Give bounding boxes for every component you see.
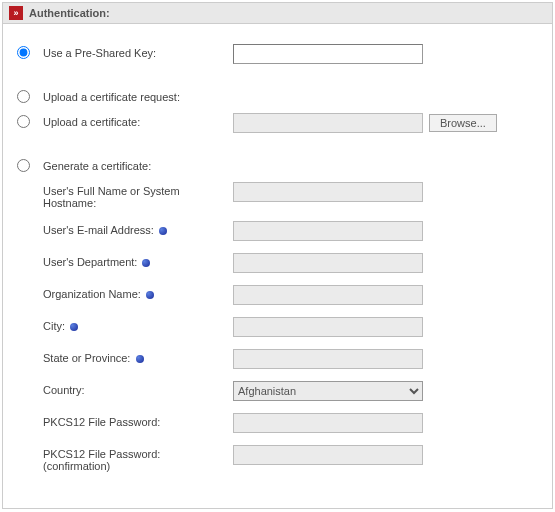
pkcs-password-input[interactable]	[233, 413, 423, 433]
label-upload-request: Upload a certificate request:	[43, 88, 233, 103]
radio-generate[interactable]	[17, 159, 30, 172]
browse-button[interactable]: Browse...	[429, 114, 497, 132]
label-email: User's E-mail Address:	[43, 224, 154, 236]
pkcs-password-confirm-input[interactable]	[233, 445, 423, 465]
city-input[interactable]	[233, 317, 423, 337]
field-state-row: State or Province:	[17, 349, 538, 369]
label-state: State or Province:	[43, 352, 130, 364]
fullname-input[interactable]	[233, 182, 423, 202]
field-dept-row: User's Department:	[17, 253, 538, 273]
generate-fields: User's Full Name or System Hostname: Use…	[17, 182, 538, 472]
label-pkcs-pw2: PKCS12 File Password: (confirmation)	[43, 448, 160, 472]
dept-input[interactable]	[233, 253, 423, 273]
option-generate-row: Generate a certificate:	[17, 157, 538, 174]
org-input[interactable]	[233, 285, 423, 305]
option-upload-cert-row: Upload a certificate: Browse...	[17, 113, 538, 133]
country-select[interactable]: Afghanistan	[233, 381, 423, 401]
panel-body: Use a Pre-Shared Key: Upload a certifica…	[3, 24, 552, 508]
info-icon[interactable]	[146, 291, 154, 299]
label-org: Organization Name:	[43, 288, 141, 300]
state-input[interactable]	[233, 349, 423, 369]
field-city-row: City:	[17, 317, 538, 337]
label-country: Country:	[43, 384, 85, 396]
info-icon[interactable]	[142, 259, 150, 267]
label-psk: Use a Pre-Shared Key:	[43, 44, 233, 59]
field-fullname-row: User's Full Name or System Hostname:	[17, 182, 538, 209]
radio-upload-request[interactable]	[17, 90, 30, 103]
panel-header: » Authentication:	[3, 3, 552, 24]
option-psk-row: Use a Pre-Shared Key:	[17, 44, 538, 64]
upload-path-input[interactable]	[233, 113, 423, 133]
radio-upload-cert[interactable]	[17, 115, 30, 128]
field-pkcs-pw2-row: PKCS12 File Password: (confirmation)	[17, 445, 538, 472]
psk-input[interactable]	[233, 44, 423, 64]
panel-title: Authentication:	[29, 7, 110, 19]
label-fullname: User's Full Name or System Hostname:	[43, 185, 180, 209]
label-upload-cert: Upload a certificate:	[43, 113, 233, 128]
field-email-row: User's E-mail Address:	[17, 221, 538, 241]
email-input[interactable]	[233, 221, 423, 241]
radio-psk[interactable]	[17, 46, 30, 59]
label-city: City:	[43, 320, 65, 332]
info-icon[interactable]	[70, 323, 78, 331]
option-upload-req-row: Upload a certificate request:	[17, 88, 538, 105]
label-dept: User's Department:	[43, 256, 137, 268]
authentication-panel: » Authentication: Use a Pre-Shared Key: …	[2, 2, 553, 509]
label-pkcs-pw: PKCS12 File Password:	[43, 416, 160, 428]
info-icon[interactable]	[159, 227, 167, 235]
field-org-row: Organization Name:	[17, 285, 538, 305]
label-generate: Generate a certificate:	[43, 157, 233, 172]
field-pkcs-pw-row: PKCS12 File Password:	[17, 413, 538, 433]
collapse-icon[interactable]: »	[9, 6, 23, 20]
field-country-row: Country: Afghanistan	[17, 381, 538, 401]
info-icon[interactable]	[136, 355, 144, 363]
